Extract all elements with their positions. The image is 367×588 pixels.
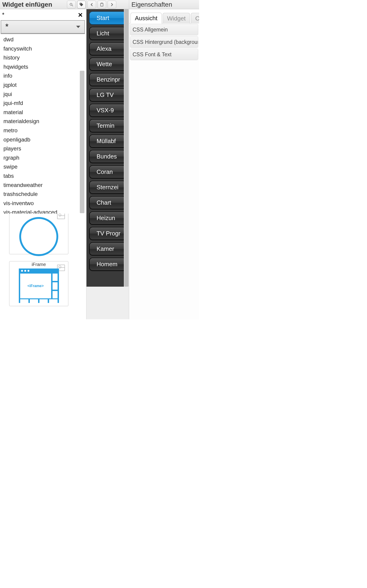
next-view-button[interactable] bbox=[108, 1, 116, 9]
view-nav-button[interactable]: VSX-9 bbox=[89, 104, 126, 117]
view-nav-button[interactable]: Heizun bbox=[89, 212, 126, 225]
widget-set-option[interactable]: players bbox=[1, 144, 85, 153]
svg-line-1 bbox=[72, 5, 73, 6]
widget-set-option[interactable]: rgraph bbox=[1, 153, 85, 162]
widget-set-option[interactable]: material bbox=[1, 108, 85, 117]
widget-set-select[interactable]: * bbox=[1, 20, 85, 34]
preview-scrollbar-track[interactable] bbox=[124, 9, 129, 287]
widget-set-select-value: * bbox=[5, 22, 8, 32]
widget-set-option[interactable]: history bbox=[1, 53, 85, 62]
clear-filter-button[interactable]: × bbox=[78, 10, 83, 19]
widget-set-option[interactable]: fancyswitch bbox=[1, 44, 85, 53]
widget-set-option[interactable]: openligadb bbox=[1, 135, 85, 144]
chevron-left-icon bbox=[90, 3, 93, 6]
widget-card-iframe[interactable]: iFrame <iFrame> bbox=[9, 261, 68, 306]
widget-set-option[interactable]: metro bbox=[1, 126, 85, 135]
view-nav-button[interactable]: Coran bbox=[89, 165, 126, 179]
svg-rect-4 bbox=[101, 2, 102, 3]
preview-panel: StartLichtAlexaWetteBenzinprLG TVVSX-9Te… bbox=[86, 0, 129, 319]
view-nav-button[interactable]: Homem bbox=[89, 258, 126, 271]
properties-tabs: AussichtWidgetCS bbox=[129, 9, 199, 23]
chevron-right-icon bbox=[110, 3, 114, 6]
properties-panel: Eigenschaften AussichtWidgetCS CSS Allge… bbox=[129, 0, 199, 319]
search-button[interactable] bbox=[67, 1, 76, 9]
prev-view-button[interactable] bbox=[87, 1, 96, 9]
preview-scrollbar-thumb[interactable] bbox=[124, 9, 128, 287]
widget-insert-title: Widget einfügen bbox=[0, 1, 66, 8]
widget-set-option[interactable]: tabs bbox=[1, 171, 85, 181]
view-nav-button[interactable]: Müllabf bbox=[89, 135, 126, 148]
chevron-down-icon bbox=[76, 26, 80, 28]
view-nav-button[interactable]: TV Progr bbox=[89, 227, 126, 240]
svg-rect-3 bbox=[101, 3, 103, 6]
accordion-header[interactable]: CSS Allgemein bbox=[130, 24, 198, 35]
widget-filter-dropdown: × * dwdfancyswitchhistoryhqwidgetsinfojq… bbox=[1, 9, 85, 214]
dropdown-scrollbar[interactable] bbox=[80, 71, 84, 213]
accordion-header[interactable]: CSS Hintergrund (background bbox=[130, 36, 198, 48]
svg-circle-preview bbox=[19, 217, 58, 256]
filter-input-row: × bbox=[1, 9, 85, 20]
view-nav-button[interactable]: Termin bbox=[89, 119, 126, 132]
widget-card-svg-shape[interactable]: Svg shape bbox=[9, 209, 68, 254]
accordion-header[interactable]: CSS Font & Text bbox=[130, 49, 198, 60]
tag-icon bbox=[79, 2, 84, 7]
svg-point-0 bbox=[70, 3, 72, 5]
widget-insert-header: Widget einfügen bbox=[0, 0, 86, 9]
svg-point-2 bbox=[80, 3, 81, 4]
widget-set-option[interactable]: dwd bbox=[1, 35, 85, 44]
view-nav-button[interactable]: Benzinpr bbox=[89, 73, 126, 86]
widget-gallery: Svg shape iFrame <iFrame> bbox=[0, 214, 86, 317]
preview-viewport: StartLichtAlexaWetteBenzinprLG TVVSX-9Te… bbox=[86, 9, 129, 287]
view-nav-button[interactable]: Kamer bbox=[89, 242, 126, 255]
image-placeholder-icon bbox=[57, 213, 65, 219]
view-nav-button[interactable]: Bundes bbox=[89, 150, 126, 163]
view-nav-button[interactable]: Alexa bbox=[89, 42, 126, 55]
iframe-tag-label: <iFrame> bbox=[20, 274, 51, 298]
widget-set-option[interactable]: info bbox=[1, 71, 85, 80]
widget-set-option[interactable]: trashschedule bbox=[1, 190, 85, 199]
widget-set-option[interactable]: jqplot bbox=[1, 80, 85, 90]
properties-title: Eigenschaften bbox=[131, 1, 172, 8]
widget-set-option[interactable]: jqui-mfd bbox=[1, 99, 85, 108]
widget-set-option[interactable]: materialdesign bbox=[1, 117, 85, 126]
widget-insert-panel: Widget einfügen Svg shape iFrame <iFrame… bbox=[0, 0, 86, 319]
widget-set-option[interactable]: vis-material-advanced bbox=[1, 208, 85, 214]
widget-set-option[interactable]: timeandweather bbox=[1, 181, 85, 190]
view-nav-button[interactable]: Chart bbox=[89, 196, 126, 209]
clipboard-icon bbox=[100, 2, 104, 7]
view-nav-button[interactable]: Sternzei bbox=[89, 181, 126, 194]
widget-set-options-list: dwdfancyswitchhistoryhqwidgetsinfojqplot… bbox=[1, 34, 85, 214]
widget-set-option[interactable]: vis-inventwo bbox=[1, 199, 85, 208]
iframe-preview-graphic: <iFrame> bbox=[19, 268, 59, 303]
properties-accordion: CSS AllgemeinCSS Hintergrund (background… bbox=[129, 23, 199, 61]
properties-header: Eigenschaften bbox=[129, 0, 199, 9]
preview-toolbar bbox=[86, 0, 129, 9]
widget-set-option[interactable]: jqui bbox=[1, 90, 85, 99]
view-nav-button[interactable]: LG TV bbox=[89, 88, 126, 102]
widget-set-option[interactable]: swipe bbox=[1, 162, 85, 171]
search-icon bbox=[69, 2, 73, 7]
widget-set-option[interactable]: hqwidgets bbox=[1, 62, 85, 71]
properties-tab[interactable]: CS bbox=[191, 13, 199, 23]
clipboard-button[interactable] bbox=[98, 1, 106, 9]
properties-tab[interactable]: Widget bbox=[163, 13, 190, 23]
view-nav-button[interactable]: Start bbox=[89, 11, 126, 25]
view-nav-button[interactable]: Wette bbox=[89, 58, 126, 71]
properties-tab[interactable]: Aussicht bbox=[131, 13, 162, 23]
view-nav-button[interactable]: Licht bbox=[89, 27, 126, 40]
filter-input[interactable] bbox=[2, 11, 78, 18]
tag-filter-button[interactable] bbox=[77, 1, 86, 9]
